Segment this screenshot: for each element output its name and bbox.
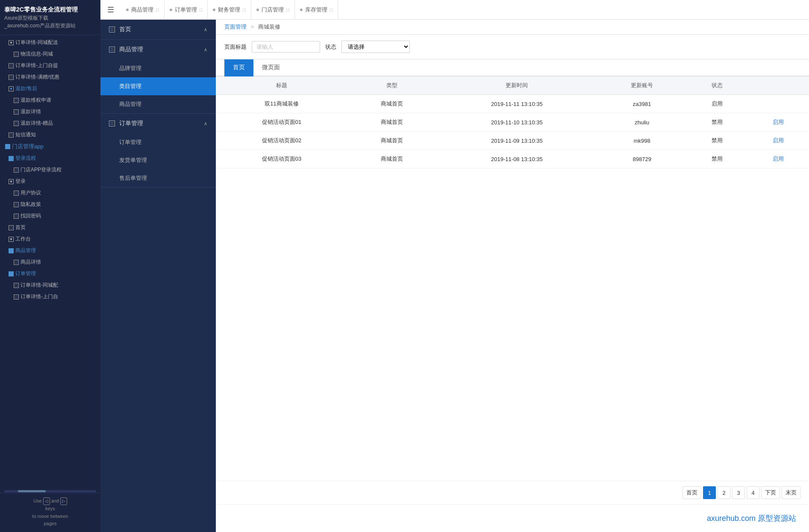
page-2-button[interactable]: 2: [718, 486, 730, 499]
doc-icon: □: [14, 109, 19, 115]
doc-icon: □: [14, 191, 19, 196]
nav-product-icon: □: [109, 47, 115, 53]
doc-icon: □: [14, 294, 19, 300]
doc-icon: □: [14, 52, 19, 57]
dot-icon: [300, 9, 303, 11]
doc-icon: ▼: [9, 40, 14, 45]
breadcrumb-current: 商城装修: [258, 24, 280, 30]
nav-group-product-title[interactable]: □ 商品管理 ∧: [100, 40, 216, 59]
close-tab-icon[interactable]: □: [286, 7, 289, 12]
nav-item-brand[interactable]: 品牌管理: [100, 59, 216, 77]
tree-item-order-mgmt[interactable]: 订单管理: [0, 268, 100, 279]
nav-tab-finance[interactable]: 财务管理 □: [208, 0, 251, 19]
page-4-button[interactable]: 4: [747, 486, 759, 499]
tree-item-refund-rights[interactable]: □ 退款维权申请: [0, 94, 100, 106]
page-1-button[interactable]: 1: [703, 486, 716, 499]
nav-tab-store[interactable]: 门店管理 □: [251, 0, 295, 19]
nav-item-category[interactable]: 类目管理: [100, 77, 216, 95]
next-page-button[interactable]: 下页: [761, 486, 780, 499]
action-link[interactable]: 启用: [773, 137, 784, 144]
title-filter-input[interactable]: [252, 41, 320, 53]
tree-item-refund[interactable]: ▼ 退款/售后: [0, 83, 100, 94]
cell-type: 商城首页: [347, 132, 436, 150]
cell-update-time: 2019-11-10 13:10:35: [436, 113, 598, 132]
tree-item-user-agreement[interactable]: □ 用户协议: [0, 187, 100, 199]
tree-container: ▼ 订单详情-同城配送 □ 物流信息-同城 □ 订单详情-上门自提 □ 订单详情…: [0, 35, 100, 489]
table-row: 双11商城装修 商城首页 2019-11-11 13:10:35 za3981 …: [216, 95, 809, 113]
filter-bar: 页面标题 状态 请选择 启用 禁用: [216, 35, 809, 59]
tree-item-login-flow[interactable]: 登录流程: [0, 153, 100, 164]
dot-icon: [256, 9, 259, 11]
main-wrapper: ☰ 商品管理 □ 订单管理 □ 财务管理 □ 门店管理 □: [100, 0, 809, 532]
key-right-icon: ▷: [60, 497, 67, 505]
doc-icon: □: [9, 75, 14, 80]
nav-group-order-title[interactable]: □ 订单管理 ∧: [100, 114, 216, 133]
close-tab-icon[interactable]: □: [330, 7, 333, 12]
doc-icon: ▼: [9, 179, 14, 184]
close-tab-icon[interactable]: □: [156, 7, 159, 12]
nav-item-shipping[interactable]: 发货单管理: [100, 151, 216, 169]
h-scrollbar-area[interactable]: [0, 489, 100, 493]
tree-item-refund-detail[interactable]: □ 退款详情: [0, 106, 100, 118]
table-row: 促销活动页面01 商城首页 2019-11-10 13:10:35 zhuliu…: [216, 113, 809, 132]
first-page-button[interactable]: 首页: [683, 486, 701, 499]
nav-item-product[interactable]: 商品管理: [100, 95, 216, 113]
tree-item-login[interactable]: ▼ 登录: [0, 176, 100, 187]
nav-tab-inventory[interactable]: 库存管理 □: [295, 0, 338, 19]
project-title: 泰啤2C零售业务全流程管理: [4, 5, 96, 14]
cell-account: zhuliu: [597, 113, 686, 132]
tree-item-product-mgmt[interactable]: 商品管理: [0, 245, 100, 256]
tree-item-store-login[interactable]: □ 门店APP登录流程: [0, 164, 100, 176]
tree-item-order-shangmen2[interactable]: □ 订单详情-上门自: [0, 291, 100, 303]
status-filter-select[interactable]: 请选择 启用 禁用: [341, 41, 410, 53]
tree-item-sms[interactable]: □ 短信通知: [0, 129, 100, 141]
doc-icon: □: [14, 260, 19, 265]
nav-item-order[interactable]: 订单管理: [100, 133, 216, 151]
breadcrumb-parent[interactable]: 页面管理: [224, 24, 247, 30]
doc-icon: ▼: [9, 237, 14, 242]
project-url: _axurehub.com产品原型资源站: [4, 22, 96, 29]
tree-item-manjian[interactable]: □ 订单详情-满赠/优惠: [0, 71, 100, 83]
tab-homepage[interactable]: 首页: [224, 59, 253, 76]
cell-title: 促销活动页面03: [216, 150, 347, 168]
nav-tab-product[interactable]: 商品管理 □: [121, 0, 165, 19]
close-tab-icon[interactable]: □: [243, 7, 246, 12]
doc-icon: ▼: [9, 86, 14, 91]
cell-update-time: 2019-11-09 13:10:35: [436, 132, 598, 150]
cell-action[interactable]: 启用: [748, 113, 809, 132]
tree-item-order-tongcheng[interactable]: ▼ 订单详情-同城配送: [0, 37, 100, 48]
nav-item-aftersale[interactable]: 售后单管理: [100, 169, 216, 187]
last-page-button[interactable]: 末页: [782, 486, 800, 499]
cell-action[interactable]: 启用: [748, 132, 809, 150]
nav-group-home-title[interactable]: □ 首页 ∧: [100, 20, 216, 39]
tree-item-shangmen[interactable]: □ 订单详情-上门自提: [0, 60, 100, 71]
action-link[interactable]: 启用: [773, 156, 784, 162]
chevron-up-icon: ∧: [204, 121, 207, 126]
tree-item-workbench[interactable]: ▼ 工作台: [0, 233, 100, 245]
cell-action[interactable]: 启用: [748, 150, 809, 168]
tab-micropage[interactable]: 微页面: [253, 59, 288, 76]
hamburger-button[interactable]: ☰: [100, 0, 121, 19]
table-row: 促销活动页面02 商城首页 2019-11-09 13:10:35 mk998 …: [216, 132, 809, 150]
dot-icon: [126, 9, 129, 11]
tree-item-logistics[interactable]: □ 物流信息-同城: [0, 48, 100, 60]
tree-item-find-pwd[interactable]: □ 找回密码: [0, 210, 100, 222]
brand-text: axurehub.com 原型资源站: [216, 504, 809, 532]
action-link[interactable]: 启用: [773, 119, 784, 125]
dot-icon: [170, 9, 172, 11]
tree-item-store-app[interactable]: 门店管理app: [0, 141, 100, 153]
doc-icon: □: [9, 132, 14, 138]
tree-item-home[interactable]: □ 首页: [0, 222, 100, 233]
tree-item-product-detail[interactable]: □ 商品详情: [0, 256, 100, 268]
folder-icon: [9, 156, 14, 161]
doc-icon: □: [14, 283, 19, 288]
page-3-button[interactable]: 3: [732, 486, 745, 499]
tree-item-privacy[interactable]: □ 隐私政策: [0, 199, 100, 210]
key-left-icon: ◁: [43, 497, 50, 505]
doc-icon: □: [14, 121, 19, 126]
col-account: 更新账号: [597, 76, 686, 95]
tree-item-order-tongcheng2[interactable]: □ 订单详情-同城配: [0, 279, 100, 291]
nav-tab-order[interactable]: 订单管理 □: [165, 0, 208, 19]
close-tab-icon[interactable]: □: [200, 7, 203, 12]
tree-item-refund-gift[interactable]: □ 退款详情-赠品: [0, 118, 100, 129]
